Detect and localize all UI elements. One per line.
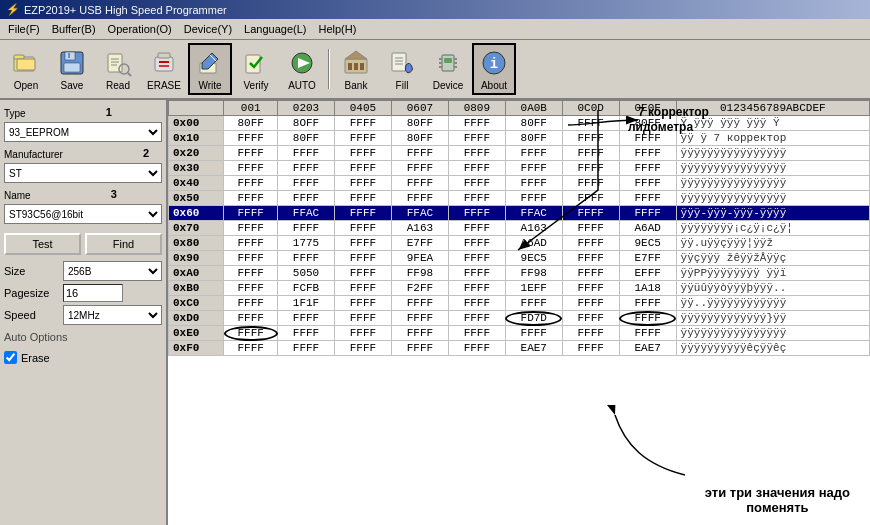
type-select[interactable]: 93_EEPROM bbox=[4, 122, 162, 142]
hex-cell[interactable]: FFFF bbox=[562, 146, 619, 161]
hex-cell[interactable]: FFFF bbox=[278, 176, 335, 191]
device-button[interactable]: Device bbox=[426, 44, 470, 94]
hex-cell[interactable]: 80FF bbox=[505, 131, 562, 146]
about-button[interactable]: i About bbox=[472, 43, 516, 95]
hex-cell[interactable]: FFFF bbox=[448, 311, 505, 326]
hex-cell[interactable]: EFFF bbox=[619, 266, 676, 281]
hex-cell[interactable]: 1F1F bbox=[278, 296, 335, 311]
hex-cell[interactable]: FFFF bbox=[278, 191, 335, 206]
hex-cell[interactable]: A6AD bbox=[505, 236, 562, 251]
hex-cell[interactable]: FFFF bbox=[224, 311, 278, 326]
hex-cell[interactable]: 80FF bbox=[505, 116, 562, 131]
test-button[interactable]: Test bbox=[4, 233, 81, 255]
hex-cell[interactable]: FFFF bbox=[334, 116, 391, 131]
hex-cell[interactable]: FFFF bbox=[334, 281, 391, 296]
hex-cell[interactable]: FFFF bbox=[278, 326, 335, 341]
hex-cell[interactable]: FFFF bbox=[224, 191, 278, 206]
hex-cell[interactable]: FFFF bbox=[619, 326, 676, 341]
hex-cell[interactable]: FFFF bbox=[224, 251, 278, 266]
hex-cell[interactable]: FFFF bbox=[224, 146, 278, 161]
hex-cell[interactable]: FD7D bbox=[505, 311, 562, 326]
hex-cell[interactable]: FFFF bbox=[278, 311, 335, 326]
hex-cell[interactable]: FFFF bbox=[448, 206, 505, 221]
hex-cell[interactable]: A163 bbox=[505, 221, 562, 236]
hex-editor[interactable]: 001 0203 0405 0607 0809 0A0B 0C0D 0E0F 0… bbox=[168, 100, 870, 525]
hex-cell[interactable]: FFFF bbox=[562, 161, 619, 176]
hex-cell[interactable]: FFAC bbox=[278, 206, 335, 221]
hex-cell[interactable]: FFFF bbox=[278, 251, 335, 266]
hex-cell[interactable]: FFFF bbox=[278, 146, 335, 161]
hex-cell[interactable]: FFFF bbox=[334, 251, 391, 266]
table-row[interactable]: 0x30FFFFFFFFFFFFFFFFFFFFFFFFFFFFFFFFÿÿÿÿ… bbox=[169, 161, 870, 176]
table-row[interactable]: 0xE0FFFFFFFFFFFFFFFFFFFFFFFFFFFFFFFFÿÿÿÿ… bbox=[169, 326, 870, 341]
hex-cell[interactable]: FFFF bbox=[619, 311, 676, 326]
menu-buffer[interactable]: Buffer(B) bbox=[46, 21, 102, 37]
hex-cell[interactable]: FFFF bbox=[224, 176, 278, 191]
fill-button[interactable]: Fill bbox=[380, 44, 424, 94]
hex-cell[interactable]: FFFF bbox=[391, 176, 448, 191]
menu-device[interactable]: Device(Y) bbox=[178, 21, 238, 37]
hex-cell[interactable]: FFFF bbox=[562, 116, 619, 131]
hex-cell[interactable]: A6AD bbox=[619, 221, 676, 236]
hex-cell[interactable]: FFFF bbox=[448, 236, 505, 251]
menu-help[interactable]: Help(H) bbox=[312, 21, 362, 37]
hex-cell[interactable]: FFFF bbox=[334, 341, 391, 356]
hex-cell[interactable]: FF98 bbox=[505, 266, 562, 281]
hex-cell[interactable]: FFFF bbox=[334, 296, 391, 311]
hex-cell[interactable]: FFFF bbox=[562, 296, 619, 311]
hex-cell[interactable]: FFFF bbox=[448, 296, 505, 311]
hex-cell[interactable]: FFFF bbox=[278, 341, 335, 356]
table-row[interactable]: 0xD0FFFFFFFFFFFFFFFFFFFFFD7DFFFFFFFFÿÿÿÿ… bbox=[169, 311, 870, 326]
hex-cell[interactable]: FFFF bbox=[562, 326, 619, 341]
hex-cell[interactable]: 80FF bbox=[391, 131, 448, 146]
hex-cell[interactable]: FFFF bbox=[448, 116, 505, 131]
bank-button[interactable]: Bank bbox=[334, 44, 378, 94]
hex-cell[interactable]: FFFF bbox=[562, 266, 619, 281]
hex-cell[interactable]: 80FF bbox=[278, 131, 335, 146]
hex-cell[interactable]: FFFF bbox=[391, 146, 448, 161]
hex-cell[interactable]: FFFF bbox=[334, 236, 391, 251]
hex-cell[interactable]: 5050 bbox=[278, 266, 335, 281]
find-button[interactable]: Find bbox=[85, 233, 162, 255]
hex-cell[interactable]: FFFF bbox=[334, 191, 391, 206]
speed-select[interactable]: 12MHz bbox=[63, 305, 162, 325]
hex-cell[interactable]: FFFF bbox=[505, 296, 562, 311]
hex-cell[interactable]: FFFF bbox=[619, 131, 676, 146]
hex-cell[interactable]: FFFF bbox=[334, 176, 391, 191]
hex-cell[interactable]: EAE7 bbox=[619, 341, 676, 356]
hex-cell[interactable]: FFFF bbox=[619, 161, 676, 176]
hex-cell[interactable]: 80FF bbox=[391, 116, 448, 131]
hex-cell[interactable]: 1775 bbox=[278, 236, 335, 251]
hex-cell[interactable]: FFFF bbox=[619, 206, 676, 221]
hex-cell[interactable]: FFFF bbox=[334, 161, 391, 176]
read-button[interactable]: Read bbox=[96, 44, 140, 94]
hex-cell[interactable]: FFFF bbox=[334, 221, 391, 236]
table-row[interactable]: 0xC0FFFF1F1FFFFFFFFFFFFFFFFFFFFFFFFFÿÿ..… bbox=[169, 296, 870, 311]
hex-cell[interactable]: FFFF bbox=[448, 131, 505, 146]
hex-cell[interactable]: FFFF bbox=[224, 236, 278, 251]
erase-button[interactable]: ERASE bbox=[142, 44, 186, 94]
hex-cell[interactable]: 8OFF bbox=[278, 116, 335, 131]
hex-cell[interactable]: FFFF bbox=[505, 161, 562, 176]
hex-cell[interactable]: FFFF bbox=[505, 146, 562, 161]
hex-cell[interactable]: FFFF bbox=[334, 311, 391, 326]
table-row[interactable]: 0x10FFFF80FFFFFF80FFFFFF80FFFFFFFFFFÿÿ ÿ… bbox=[169, 131, 870, 146]
hex-cell[interactable]: FFFF bbox=[224, 281, 278, 296]
hex-cell[interactable]: FFFF bbox=[224, 206, 278, 221]
pagesize-input[interactable] bbox=[63, 284, 123, 302]
hex-cell[interactable]: FCFB bbox=[278, 281, 335, 296]
hex-cell[interactable]: FFFF bbox=[562, 206, 619, 221]
hex-cell[interactable]: 9EC5 bbox=[619, 236, 676, 251]
hex-cell[interactable]: FFFF bbox=[391, 191, 448, 206]
hex-cell[interactable]: 1A18 bbox=[619, 281, 676, 296]
table-row[interactable]: 0x50FFFFFFFFFFFFFFFFFFFFFFFFFFFFFFFFÿÿÿÿ… bbox=[169, 191, 870, 206]
hex-cell[interactable]: FFFF bbox=[448, 281, 505, 296]
hex-cell[interactable]: FFFF bbox=[391, 311, 448, 326]
hex-cell[interactable]: FFFF bbox=[562, 311, 619, 326]
hex-cell[interactable]: FFFF bbox=[334, 206, 391, 221]
hex-cell[interactable]: FF98 bbox=[391, 266, 448, 281]
hex-cell[interactable]: FFFF bbox=[562, 131, 619, 146]
size-select[interactable]: 256B bbox=[63, 261, 162, 281]
hex-cell[interactable]: FFFF bbox=[334, 266, 391, 281]
hex-cell[interactable]: FFFF bbox=[448, 221, 505, 236]
